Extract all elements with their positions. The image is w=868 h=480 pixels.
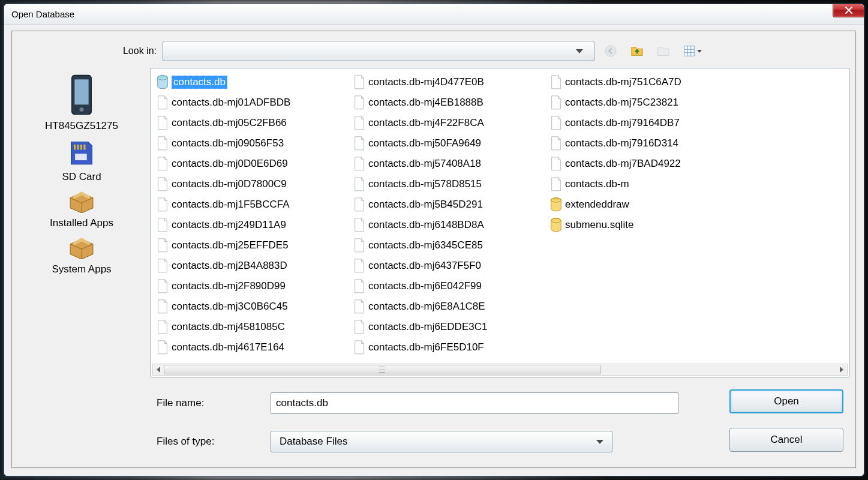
scroll-right-button[interactable] bbox=[836, 364, 847, 375]
file-item[interactable]: contacts.db-mj2F890D99 bbox=[154, 276, 350, 296]
lookin-dropdown[interactable] bbox=[163, 41, 594, 61]
scroll-left-button[interactable] bbox=[153, 364, 164, 375]
close-button[interactable] bbox=[833, 4, 864, 17]
file-item[interactable]: contacts.db-mj50FA9649 bbox=[350, 133, 547, 154]
scroll-thumb[interactable] bbox=[164, 365, 601, 374]
horizontal-scrollbar[interactable] bbox=[152, 364, 848, 376]
triangle-left-icon bbox=[157, 367, 160, 373]
file-item[interactable]: contacts.db-mj4D477E0B bbox=[350, 72, 547, 92]
file-icon bbox=[156, 238, 169, 253]
file-item[interactable]: contacts.db-mj2B4A883D bbox=[154, 256, 350, 276]
file-name: contacts.db-mj4EB1888B bbox=[368, 97, 483, 109]
file-item[interactable]: contacts.db-mj0D0E6D69 bbox=[154, 154, 350, 174]
file-name: contacts.db-mj1F5BCCFA bbox=[172, 199, 290, 211]
file-item[interactable]: contacts.db-mj09056F53 bbox=[154, 133, 350, 154]
scroll-track[interactable] bbox=[164, 364, 836, 375]
filetype-label: Files of type: bbox=[157, 436, 259, 448]
file-item[interactable]: submenu.sqlite bbox=[547, 215, 655, 235]
file-item[interactable]: contacts.db-m bbox=[547, 174, 655, 194]
file-item[interactable]: contacts.db-mj3C0B6C45 bbox=[154, 296, 350, 317]
file-item[interactable]: contacts.db-mj5B45D291 bbox=[350, 194, 547, 215]
file-name: contacts.db-mj6E8A1C8E bbox=[368, 301, 485, 313]
file-item[interactable]: contacts.db-mj1F5BCCFA bbox=[154, 194, 350, 215]
file-icon bbox=[353, 176, 366, 192]
svg-rect-9 bbox=[74, 145, 76, 150]
filename-input[interactable]: contacts.db bbox=[271, 392, 678, 414]
file-name: contacts.db-mj50FA9649 bbox=[368, 137, 481, 149]
file-item[interactable]: contacts.db-mj0D7800C9 bbox=[154, 174, 350, 194]
file-icon bbox=[353, 238, 366, 253]
bottom-panel: File name: contacts.db Files of type: Da… bbox=[19, 383, 849, 461]
file-name: contacts.db-mj751C6A7D bbox=[565, 76, 681, 88]
places-item[interactable]: SD Card bbox=[31, 138, 133, 183]
file-item[interactable]: contacts.db-mj578D8515 bbox=[350, 174, 547, 194]
file-item[interactable]: contacts.db-mj01ADFBDB bbox=[154, 92, 350, 113]
box-icon bbox=[65, 235, 98, 261]
file-icon bbox=[156, 95, 169, 110]
file-name: contacts.db-mj57408A18 bbox=[368, 158, 481, 170]
titlebar[interactable]: Open Database bbox=[4, 4, 864, 25]
file-icon bbox=[353, 115, 366, 131]
file-item[interactable]: contacts.db-mj751C6A7D bbox=[547, 72, 744, 92]
file-item[interactable]: contacts.db-mj4EB1888B bbox=[350, 92, 547, 113]
box-icon bbox=[65, 189, 98, 215]
file-icon bbox=[156, 319, 169, 335]
file-icon bbox=[353, 319, 366, 335]
back-button[interactable] bbox=[600, 41, 621, 61]
cancel-button[interactable]: Cancel bbox=[729, 428, 843, 452]
file-icon bbox=[156, 258, 169, 274]
places-item[interactable]: System Apps bbox=[31, 235, 133, 275]
places-item[interactable]: HT845GZ51275 bbox=[31, 74, 133, 132]
new-folder-icon bbox=[657, 44, 670, 58]
new-folder-button[interactable] bbox=[653, 41, 674, 61]
open-button[interactable]: Open bbox=[729, 389, 843, 413]
file-name: contacts.db-mj4581085C bbox=[172, 321, 285, 333]
file-item[interactable]: contacts.db-mj7BAD4922 bbox=[547, 154, 744, 174]
places-label: SD Card bbox=[62, 171, 101, 183]
chevron-down-icon bbox=[576, 49, 583, 53]
lookin-row: Look in: bbox=[19, 38, 849, 64]
file-name: contacts.db-mj249D11A9 bbox=[172, 219, 286, 231]
up-button[interactable] bbox=[627, 41, 647, 61]
file-item[interactable]: contacts.db-mj4617E164 bbox=[154, 337, 350, 358]
file-item[interactable]: contacts.db-mj6E8A1C8E bbox=[350, 296, 547, 317]
file-item[interactable]: contacts.db-mj25EFFDE5 bbox=[154, 235, 350, 256]
file-name: contacts.db-mj7BAD4922 bbox=[565, 158, 681, 170]
file-item[interactable]: contacts.db-mj6148BD8A bbox=[350, 215, 547, 235]
file-name: contacts.db-mj75C23821 bbox=[565, 97, 678, 109]
file-item[interactable]: contacts.db-mj75C23821 bbox=[547, 92, 744, 113]
file-item[interactable]: contacts.db-mj6FE5D10F bbox=[350, 337, 547, 358]
file-item[interactable]: contacts.db bbox=[154, 72, 350, 92]
file-item[interactable]: contacts.db-mj4F22F8CA bbox=[350, 113, 547, 133]
places-item[interactable]: Installed Apps bbox=[31, 189, 133, 229]
file-name: contacts.db-mj578D8515 bbox=[368, 178, 482, 190]
file-item[interactable]: contacts.db-mj249D11A9 bbox=[154, 215, 350, 235]
file-item[interactable]: contacts.db-mj7916D314 bbox=[547, 133, 744, 154]
file-item[interactable]: extendeddraw bbox=[547, 194, 655, 215]
file-item[interactable]: contacts.db-mj6EDDE3C1 bbox=[350, 317, 547, 337]
file-item[interactable]: contacts.db-mj6E042F99 bbox=[350, 276, 547, 296]
places-label: Installed Apps bbox=[50, 217, 113, 229]
filetype-dropdown[interactable]: Database Files bbox=[271, 431, 612, 452]
file-item[interactable]: contacts.db-mj79164DB7 bbox=[547, 113, 744, 133]
file-item[interactable]: contacts.db-mj6345CE85 bbox=[350, 235, 547, 256]
file-item[interactable]: contacts.db-mj05C2FB66 bbox=[154, 113, 350, 133]
phone-icon bbox=[66, 74, 97, 118]
view-menu-button[interactable] bbox=[680, 41, 707, 61]
file-item[interactable]: contacts.db-mj6437F5F0 bbox=[350, 256, 547, 276]
open-file-dialog: Open Database Look in: bbox=[4, 4, 864, 476]
svg-rect-7 bbox=[74, 79, 88, 104]
filetype-value: Database Files bbox=[280, 436, 347, 448]
file-item[interactable]: contacts.db-mj4581085C bbox=[154, 317, 350, 337]
file-icon bbox=[156, 340, 169, 355]
file-pane[interactable]: contacts.dbcontacts.db-mj01ADFBDBcontact… bbox=[151, 68, 849, 377]
file-name: contacts.db-mj05C2FB66 bbox=[172, 117, 287, 129]
file-name: contacts.db-m bbox=[565, 178, 629, 190]
file-item[interactable]: contacts.db-mj57408A18 bbox=[350, 154, 547, 174]
sdcard-icon bbox=[65, 138, 98, 169]
file-name: submenu.sqlite bbox=[565, 219, 633, 231]
file-icon bbox=[156, 156, 169, 172]
file-icon bbox=[156, 115, 169, 131]
back-icon bbox=[604, 44, 617, 58]
file-icon bbox=[549, 156, 563, 172]
